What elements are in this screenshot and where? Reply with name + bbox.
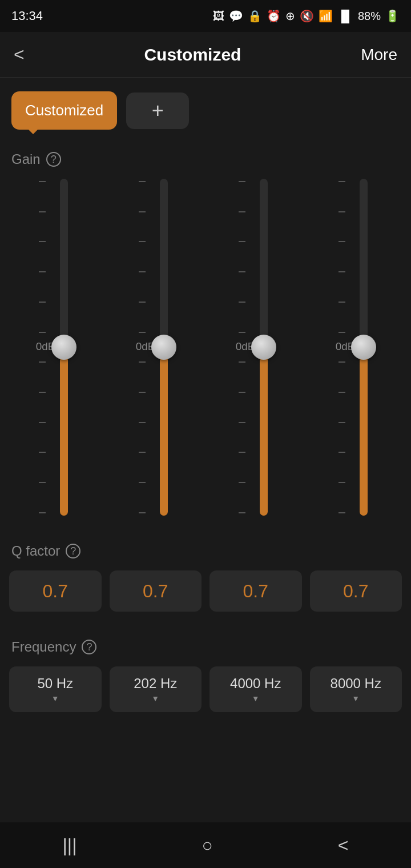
slider-col-3: 0dB xyxy=(216,179,296,516)
page-title: Customized xyxy=(144,45,241,65)
freq-arrow-1: ▼ xyxy=(51,694,59,703)
slider-4-thumb[interactable] xyxy=(351,335,376,360)
back-nav-button[interactable]: < xyxy=(321,829,366,862)
frequency-section-label: Frequency ? xyxy=(0,623,411,661)
q-box-3[interactable]: 0.7 xyxy=(209,570,302,612)
q-box-4[interactable]: 0.7 xyxy=(310,570,402,612)
freq-box-1[interactable]: 50 Hz ▼ xyxy=(9,666,102,712)
q-factor-label: Q factor xyxy=(11,543,60,559)
photo-icon: 🖼 xyxy=(213,10,224,23)
active-preset-chip[interactable]: Customized xyxy=(11,91,117,130)
frequency-boxes: 50 Hz ▼ 202 Hz ▼ 4000 Hz ▼ 8000 Hz ▼ xyxy=(0,661,411,724)
preset-area: Customized + xyxy=(0,78,411,135)
slider-col-1: 0dB xyxy=(16,179,96,516)
q-box-1[interactable]: 0.7 xyxy=(9,570,102,612)
freq-value-4: 8000 Hz xyxy=(331,676,381,692)
gain-section-label: Gain ? xyxy=(0,135,411,173)
slider-3-wrapper[interactable]: 0dB xyxy=(239,179,273,516)
slider-4-wrapper[interactable]: 0dB xyxy=(339,179,373,516)
sliders-container: 0dB xyxy=(0,173,411,527)
mute-icon: 🔇 xyxy=(300,9,314,23)
status-bar: 13:34 🖼 💬 🔒 ⏰ ⊕ 🔇 📶 ▐▌ 88% 🔋 xyxy=(0,0,411,32)
main-content: Customized + Gain ? xyxy=(0,78,411,775)
freq-box-4[interactable]: 8000 Hz ▼ xyxy=(310,666,402,712)
back-button[interactable]: < xyxy=(14,44,25,65)
freq-value-1: 50 Hz xyxy=(37,676,73,692)
freq-value-3: 4000 Hz xyxy=(230,676,281,692)
more-button[interactable]: More xyxy=(361,46,397,64)
lock-icon: 🔒 xyxy=(248,9,262,23)
freq-box-2[interactable]: 202 Hz ▼ xyxy=(110,666,202,712)
slider-2-wrapper[interactable]: 0dB xyxy=(139,179,173,516)
alarm-icon: ⏰ xyxy=(267,9,281,23)
freq-arrow-3: ▼ xyxy=(252,694,260,703)
freq-value-2: 202 Hz xyxy=(134,676,177,692)
whatsapp-icon: 💬 xyxy=(229,9,243,23)
status-time: 13:34 xyxy=(11,9,43,23)
slider-2-thumb[interactable] xyxy=(151,335,176,360)
freq-arrow-4: ▼ xyxy=(352,694,360,703)
bluetooth-icon: ⊕ xyxy=(285,9,295,23)
freq-arrow-2: ▼ xyxy=(151,694,159,703)
recents-button[interactable]: ||| xyxy=(46,829,94,862)
slider-col-2: 0dB xyxy=(116,179,196,516)
slider-1-wrapper[interactable]: 0dB xyxy=(39,179,73,516)
status-icons: 🖼 💬 🔒 ⏰ ⊕ 🔇 📶 ▐▌ 88% 🔋 xyxy=(213,9,400,23)
top-nav: < Customized More xyxy=(0,32,411,78)
bottom-nav: ||| ○ < xyxy=(0,822,411,868)
wifi-icon: 📶 xyxy=(319,9,333,23)
gain-label: Gain xyxy=(11,151,41,167)
q-factor-section-label: Q factor ? xyxy=(0,527,411,565)
frequency-help-icon[interactable]: ? xyxy=(82,640,96,654)
frequency-label: Frequency xyxy=(11,639,76,655)
gain-help-icon[interactable]: ? xyxy=(46,152,61,167)
add-preset-button[interactable]: + xyxy=(126,93,189,129)
battery-icon: 🔋 xyxy=(385,9,400,23)
q-box-2[interactable]: 0.7 xyxy=(110,570,202,612)
slider-1-thumb[interactable] xyxy=(51,335,76,360)
slider-col-4: 0dB xyxy=(316,179,396,516)
battery-level: 88% xyxy=(358,10,381,23)
freq-box-3[interactable]: 4000 Hz ▼ xyxy=(209,666,302,712)
home-button[interactable]: ○ xyxy=(184,829,229,862)
slider-3-thumb[interactable] xyxy=(251,335,276,360)
q-factor-help-icon[interactable]: ? xyxy=(66,544,80,558)
q-factor-boxes: 0.7 0.7 0.7 0.7 xyxy=(0,565,411,623)
signal-icon: ▐▌ xyxy=(337,10,353,23)
